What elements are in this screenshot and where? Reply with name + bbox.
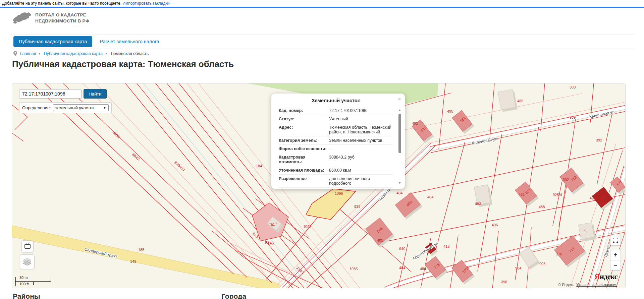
popup-row-label: Адрес: — [279, 125, 329, 134]
parcel-label: 184 — [256, 164, 262, 168]
popup-row-label: Кад. номер: — [279, 108, 329, 113]
popup-row: Уточненная площадь: 860.00 кв.м — [279, 166, 393, 175]
popup-scrollbar[interactable]: ▲ ▼ — [398, 108, 402, 185]
yandex-logo[interactable]: Яндекс — [594, 273, 618, 281]
divider — [10, 34, 634, 35]
import-bookmarks-link[interactable]: Импортировать закладки — [122, 1, 169, 6]
parcel-label: 1095 — [303, 225, 311, 229]
parcel-label: 404 — [427, 195, 433, 199]
parcel-label: 405 — [377, 238, 383, 242]
section-cities: Города — [221, 292, 246, 299]
parcel-label: 484 — [420, 267, 426, 271]
popup-row-value: - — [329, 146, 393, 151]
russia-map-icon — [12, 11, 32, 25]
popup-row: Кадастровая стоимость: 308843.2 руб — [279, 153, 393, 166]
parcel-label: 392 — [563, 178, 569, 182]
parcel-label: 939 — [354, 204, 360, 208]
tab-land-tax-calc[interactable]: Расчет земельного налога — [100, 39, 159, 44]
divider — [10, 49, 634, 49]
breadcrumb-separator-icon: ▸ — [106, 52, 107, 55]
blue-divider — [0, 7, 644, 8]
parcel-label: 398 — [501, 280, 507, 284]
scrollbar-thumb[interactable] — [398, 114, 401, 153]
measure-button[interactable] — [21, 240, 34, 252]
map-pin-icon — [13, 51, 17, 56]
parcel-label: 9 — [584, 229, 586, 233]
parcel-label: 939 — [570, 115, 576, 119]
scroll-up-icon[interactable]: ▲ — [398, 108, 402, 112]
parcel-label: 8384/11 — [174, 160, 186, 172]
tab-public-cadastral-map[interactable]: Публичная кадастровая карта — [13, 36, 92, 47]
ruler-icon — [24, 243, 31, 250]
breadcrumb-separator-icon: ▸ — [39, 52, 41, 55]
parcel-label: 493 — [590, 196, 596, 200]
cadastral-search-input[interactable] — [19, 89, 82, 99]
parcel-label: 940 — [399, 247, 405, 251]
parcel-label: 149 — [130, 259, 136, 263]
page-title: Публичная кадастровая карта: Тюменская о… — [12, 59, 234, 69]
parcel-label: 925/4 — [553, 193, 562, 197]
layers-icon — [23, 258, 32, 266]
parcel-label: 185 — [138, 248, 144, 252]
popup-row: Статус: Учтенный — [279, 115, 393, 123]
parcel-label: 392 — [596, 138, 602, 142]
parcel-label: 486 — [517, 99, 523, 103]
popup-row-label: Форма собственности: — [279, 146, 329, 151]
parcel-label: 491 — [519, 192, 525, 196]
scale-metric: 30 m — [19, 276, 28, 280]
parcel-label: 480/2 — [112, 130, 121, 139]
popup-row-value: для ведения личного подсобного — [329, 176, 393, 186]
popup-row: Кад. номер: 72:17:1701007:1096 — [279, 107, 393, 115]
popup-row: Разрешенное для ведения личного подсобно… — [279, 175, 393, 188]
selected-parcel-1096[interactable] — [306, 189, 356, 220]
popup-row-value: 72:17:1701007:1096 — [329, 108, 393, 113]
zoom-out-button[interactable]: − — [610, 260, 621, 271]
close-icon[interactable]: × — [398, 96, 401, 102]
parcel-label: 378 — [556, 252, 562, 256]
scale-bar: 30 m 100 ft — [15, 275, 52, 288]
parcel-label: 483 — [475, 202, 481, 206]
popup-row-label: Кадастровая стоимость: — [279, 155, 329, 164]
main-tabs: Публичная кадастровая карта Расчет земел… — [13, 36, 159, 47]
popup-row-label: Уточненная площадь: — [279, 168, 329, 173]
popup-row-value: 308843.2 руб — [329, 155, 393, 164]
map-search-row: Найти — [19, 89, 107, 99]
bookmarks-message: Добавляйте на эту панель сайты, которые … — [2, 1, 121, 6]
popup-row: Адрес: Тюменская область, Тюменский райо… — [279, 123, 393, 136]
terms-link[interactable]: Условия использования — [576, 283, 617, 287]
copyright-text: © Яндекс — [558, 283, 574, 287]
road-salairsky — [12, 226, 288, 288]
popup-row-value: Земли населенных пунктов — [329, 138, 393, 143]
parcel-label: 383 — [570, 85, 576, 89]
object-type-select[interactable]: земельный участок ▼ — [53, 104, 109, 111]
parcel-label: 484 — [399, 266, 405, 270]
parcel-label: 488 — [539, 205, 545, 209]
parcel-label: 904 — [515, 266, 521, 270]
section-districts: Районы — [13, 292, 40, 299]
parcel-label: 412 — [443, 244, 449, 248]
parcel-label: 496 — [492, 223, 498, 227]
popup-row-value: Учтенный — [329, 117, 393, 121]
search-button[interactable]: Найти — [84, 89, 107, 99]
parcel-info-popup: × Земельный участок Кад. номер: 72:17:17… — [271, 94, 405, 189]
logo-text: ПОРТАЛ О КАДАСТРЕ НЕДВИЖИМОСТИ В РФ — [35, 12, 90, 24]
breadcrumb-home[interactable]: Главная — [20, 51, 36, 56]
fullscreen-button[interactable] — [610, 235, 621, 246]
map-panel: Салаирский трактКалиновая ул.Калиновая у… — [12, 83, 626, 288]
parcel-label: 404 — [396, 191, 402, 195]
parcel-label: 480/2 — [131, 152, 141, 161]
zoom-controls: + − — [610, 249, 621, 271]
popup-row-value: 860.00 кв.м — [329, 168, 393, 173]
popup-row-value: Тюменская область, Тюменский район, п. Н… — [329, 125, 393, 134]
breadcrumb-map[interactable]: Публичная кадастровая карта — [44, 51, 103, 56]
breadcrumb-current: Тюменская область — [110, 51, 149, 56]
layers-button[interactable] — [20, 254, 35, 269]
scale-imperial: 100 ft — [19, 282, 29, 286]
scroll-down-icon[interactable]: ▼ — [398, 181, 402, 185]
fullscreen-icon — [613, 238, 618, 243]
parcel-label: 495 — [447, 109, 453, 113]
zoom-in-button[interactable]: + — [610, 249, 621, 260]
parcel-label: 1085 — [350, 267, 358, 271]
parcel-label: 382 — [600, 202, 606, 206]
site-logo[interactable]: ПОРТАЛ О КАДАСТРЕ НЕДВИЖИМОСТИ В РФ — [12, 11, 90, 25]
